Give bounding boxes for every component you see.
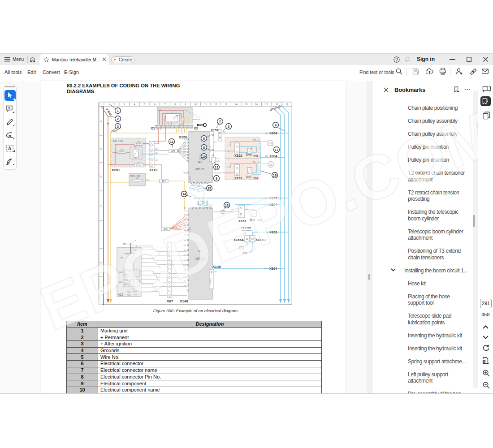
svg-text:179: 179: [183, 254, 186, 256]
svg-text:VS -: VS -: [252, 160, 257, 163]
svg-text:183: 183: [183, 245, 186, 246]
svg-text:7: 7: [164, 103, 165, 106]
svg-text:237: 237: [183, 142, 186, 144]
svg-text:440: 440: [214, 271, 217, 273]
svg-text:Sch. 8 Sch. 5: Sch. 8 Sch. 5: [241, 229, 253, 232]
svg-text:F3: F3: [136, 177, 138, 179]
svg-text:15: 15: [208, 187, 211, 190]
svg-text:14: 14: [182, 193, 186, 196]
svg-text:13: 13: [225, 103, 227, 106]
svg-text:15: 15: [245, 103, 247, 106]
svg-text:11: 11: [269, 163, 272, 166]
svg-text:MP 12: MP 12: [195, 257, 204, 260]
svg-text:176: 176: [183, 265, 186, 267]
svg-text:87: 87: [184, 234, 186, 236]
svg-text:CAN A H: CAN A H: [202, 199, 204, 206]
svg-text:739: 739: [223, 131, 225, 133]
svg-text:X201: X201: [112, 168, 120, 172]
svg-text:C: C: [100, 148, 102, 151]
svg-text:1: 1: [117, 109, 119, 112]
svg-text:17: 17: [244, 233, 246, 234]
svg-text:13: 13: [225, 204, 229, 207]
svg-text:5: 5: [147, 159, 148, 160]
svg-text:X150: X150: [179, 135, 187, 139]
svg-text:X303: X303: [269, 196, 277, 200]
svg-text:X166B: X166B: [255, 238, 266, 242]
svg-text:2: 2: [113, 103, 115, 106]
svg-text:CN1-(P1): CN1-(P1): [189, 227, 191, 234]
svg-text:B06: B06: [242, 251, 247, 254]
svg-text:X304: X304: [269, 154, 277, 158]
svg-text:232: 232: [183, 280, 186, 282]
svg-text:G: G: [100, 204, 102, 207]
svg-text:S25: S25: [123, 243, 127, 246]
svg-text:416: 416: [235, 214, 238, 215]
svg-text:CN2-P2: CN2-P2: [210, 146, 212, 152]
svg-text:8: 8: [147, 164, 148, 166]
svg-text:X67: X67: [167, 299, 173, 303]
svg-text:421: 421: [265, 155, 268, 157]
svg-text:F: F: [135, 250, 136, 251]
svg-text:17: 17: [265, 103, 268, 106]
svg-text:EP12: EP12: [221, 210, 225, 212]
svg-text:EP6: EP6: [164, 228, 168, 230]
svg-text:8: 8: [203, 146, 205, 149]
svg-text:X304: X304: [269, 267, 277, 271]
svg-text:A2: A2: [198, 160, 202, 164]
svg-text:600: 600: [155, 152, 158, 154]
svg-text:3: 3: [117, 125, 119, 128]
svg-text:F4: F4: [121, 149, 123, 151]
svg-text:19: 19: [285, 103, 288, 106]
svg-text:CAN A: CAN A: [198, 201, 199, 206]
svg-text:9: 9: [216, 177, 217, 180]
svg-text:2: 2: [117, 117, 119, 121]
svg-text:E: E: [100, 175, 102, 178]
svg-text:16: 16: [273, 174, 277, 177]
svg-text:Y15: Y15: [257, 219, 262, 222]
svg-text:999: 999: [231, 209, 234, 211]
svg-text:X2: X2: [194, 126, 198, 130]
svg-text:5: 5: [228, 125, 229, 128]
svg-text:175: 175: [183, 270, 186, 271]
svg-text:X38-7 X168: X38-7 X168: [241, 227, 251, 229]
svg-text:234: 234: [183, 151, 186, 153]
svg-text:X161: X161: [234, 176, 242, 180]
svg-text:352: 352: [155, 148, 158, 150]
svg-text:F3: F3: [138, 141, 140, 143]
svg-text:B16: B16: [119, 271, 123, 273]
svg-text:X148: X148: [180, 299, 188, 303]
svg-text:EP8: EP8: [171, 150, 175, 152]
svg-text:4: 4: [275, 124, 277, 127]
svg-text:5: 5: [144, 103, 145, 106]
svg-text:18: 18: [275, 103, 278, 106]
svg-text:6: 6: [154, 103, 156, 106]
svg-text:10: 10: [268, 142, 272, 145]
svg-text:A-20: A-20: [216, 160, 220, 162]
svg-text:238: 238: [183, 145, 186, 147]
svg-text:EP7: EP7: [162, 180, 166, 182]
svg-text:625: 625: [228, 145, 230, 146]
svg-text:BF2 / M3: BF2 / M3: [130, 175, 140, 177]
svg-text:1: 1: [103, 103, 104, 106]
svg-text:F5: F5: [138, 161, 140, 164]
svg-text:11: 11: [204, 103, 207, 106]
svg-text:182: 182: [183, 250, 186, 251]
svg-text:8: 8: [174, 103, 176, 106]
svg-text:398: 398: [184, 207, 186, 209]
svg-text:190: 190: [183, 285, 186, 287]
svg-text:X303: X303: [269, 230, 277, 234]
svg-text:X149: X149: [212, 265, 221, 269]
svg-text:X162: X162: [234, 154, 242, 158]
svg-text:14: 14: [235, 103, 238, 106]
svg-text:4: 4: [134, 103, 135, 106]
svg-text:E 8 I O P: E 8 I O P: [193, 118, 201, 121]
svg-text:BF1 / M1: BF1 / M1: [113, 140, 123, 142]
svg-text:463: 463: [146, 179, 149, 181]
svg-text:10: 10: [194, 103, 197, 106]
svg-text:4-20: 4-20: [227, 172, 230, 174]
svg-text:9: 9: [147, 144, 148, 146]
svg-text:CAN A L: CAN A L: [207, 199, 208, 206]
svg-text:177: 177: [183, 275, 186, 277]
svg-text:X161: X161: [238, 219, 246, 223]
svg-text:412: 412: [235, 208, 238, 210]
